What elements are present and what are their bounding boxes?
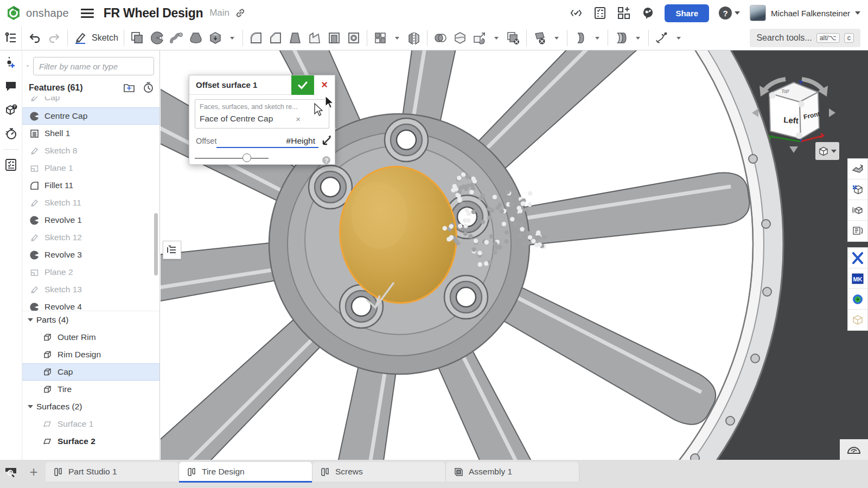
clear-selection-button[interactable]: ×	[296, 114, 324, 124]
delete-face-icon[interactable]	[531, 29, 548, 47]
loft-icon[interactable]	[187, 29, 205, 47]
graphics-performance-icon[interactable]	[840, 439, 868, 460]
confirm-button[interactable]	[291, 75, 314, 95]
offset-slider[interactable]	[195, 153, 269, 163]
rollback-icon[interactable]	[143, 82, 154, 93]
boolean-dropdown[interactable]	[226, 29, 238, 47]
delete-face-dropdown[interactable]	[551, 29, 563, 47]
exploded-view-icon[interactable]	[848, 200, 867, 221]
design-data-icon[interactable]: ?	[0, 98, 22, 122]
apps-icon[interactable]	[617, 6, 631, 20]
document-menu-icon[interactable]	[81, 7, 94, 20]
globe-app-icon[interactable]	[848, 289, 867, 310]
create-folder-icon[interactable]	[123, 82, 135, 93]
thicken-icon[interactable]	[207, 29, 224, 47]
part-row-tire[interactable]: Tire	[22, 381, 159, 398]
feature-row-revolve-1[interactable]: Revolve 1	[22, 211, 159, 229]
features-scrollbar[interactable]	[154, 213, 158, 275]
feature-row-sketch-13[interactable]: Sketch 13	[22, 281, 159, 298]
pattern-dropdown[interactable]	[391, 29, 403, 47]
extrude-icon[interactable]	[129, 29, 146, 47]
tab-tire-design[interactable]: Tire Design	[179, 462, 312, 481]
feature-list-toggle[interactable]	[0, 26, 22, 50]
workspace-name[interactable]: Main	[209, 8, 229, 18]
bom-icon[interactable]	[593, 6, 607, 20]
filter-icon[interactable]	[27, 60, 29, 72]
onshape-logo[interactable]: onshape	[5, 5, 69, 21]
share-button[interactable]: Share	[665, 4, 709, 22]
dialog-titlebar[interactable]: Offset surface 1 ×	[189, 75, 335, 95]
filter-input[interactable]	[33, 57, 154, 75]
cut-list-icon[interactable]	[0, 153, 22, 177]
x-app-icon[interactable]	[848, 248, 867, 268]
split-icon[interactable]	[451, 29, 469, 47]
part-row-cap[interactable]: Cap	[22, 363, 159, 381]
cancel-button[interactable]: ×	[314, 75, 335, 95]
help-menu[interactable]: ?	[719, 7, 740, 20]
feature-row-plane-2[interactable]: Plane 2	[22, 264, 159, 281]
revolve-icon[interactable]	[148, 29, 165, 47]
versions-history-icon[interactable]	[0, 50, 22, 74]
sketch-button[interactable]: Sketch	[68, 31, 124, 45]
linear-pattern-icon[interactable]	[372, 29, 389, 47]
versions-link-icon[interactable]	[235, 8, 246, 18]
fillet-icon[interactable]	[247, 29, 265, 47]
sweep-icon[interactable]	[168, 29, 185, 47]
features-scroll-area[interactable]: Cap Centre Cap Shell 1 Sketch 8 Plane 1 …	[22, 97, 159, 311]
tab-assembly-1[interactable]: Assembly 1	[446, 462, 579, 481]
tab-part-studio-1[interactable]: Part Studio 1	[46, 462, 179, 481]
transform-dropdown[interactable]	[490, 29, 502, 47]
feature-row-plane-1[interactable]: Plane 1	[22, 159, 159, 177]
search-tools-button[interactable]: Search tools... alt/⌥ c	[750, 29, 860, 47]
curves-dropdown[interactable]	[673, 29, 685, 47]
feature-list-collapse-button[interactable]	[163, 241, 181, 259]
slider-handle[interactable]	[242, 153, 251, 162]
shell-icon[interactable]	[326, 29, 343, 47]
chamfer-icon[interactable]	[267, 29, 284, 47]
search-tabs-icon[interactable]	[0, 462, 22, 481]
ghost-cube-app-icon[interactable]	[848, 310, 867, 330]
learning-icon[interactable]	[641, 6, 655, 20]
boundary-dropdown[interactable]	[632, 29, 644, 47]
feature-row[interactable]: Cap	[22, 97, 159, 106]
surface-row-2[interactable]: Surface 2	[22, 433, 159, 450]
new-tab-button[interactable]: +	[22, 462, 46, 481]
view-options-button[interactable]	[815, 142, 839, 160]
rib-icon[interactable]	[306, 29, 323, 47]
hole-icon[interactable]	[345, 29, 362, 47]
transform-icon[interactable]	[471, 29, 488, 47]
flip-direction-icon[interactable]	[320, 135, 333, 148]
selection-box[interactable]: Faces, surfaces, and sketch re... Face o…	[195, 99, 329, 129]
user-menu[interactable]: Michael Falkensteiner	[750, 5, 860, 21]
parts-section-header[interactable]: Parts (4)	[22, 311, 159, 329]
feature-row-centre-cap[interactable]: Centre Cap	[22, 107, 159, 125]
performance-icon[interactable]	[0, 122, 22, 146]
curves-icon[interactable]	[653, 29, 671, 47]
surface-dropdown[interactable]	[591, 29, 603, 47]
feature-script-icon[interactable]	[569, 6, 583, 20]
section-view-icon[interactable]	[848, 179, 867, 200]
feature-row-fillet-11[interactable]: Fillet 11	[22, 177, 159, 194]
feature-row-sketch-8[interactable]: Sketch 8	[22, 142, 159, 159]
part-row-outer-rim[interactable]: Outer Rim	[22, 329, 159, 346]
tab-screws[interactable]: Screws	[312, 462, 446, 481]
redo-button[interactable]	[46, 29, 63, 47]
part-row-rim-design[interactable]: Rim Design	[22, 346, 159, 363]
offset-surface-icon[interactable]	[572, 29, 589, 47]
draft-icon[interactable]	[286, 29, 304, 47]
dialog-help-icon[interactable]: ?	[322, 156, 330, 164]
boolean-icon[interactable]	[432, 29, 449, 47]
surfaces-section-header[interactable]: Surfaces (2)	[22, 398, 159, 415]
render-studio-icon[interactable]	[848, 159, 867, 179]
feature-row-revolve-4[interactable]: Revolve 4	[22, 298, 159, 311]
delete-part-icon[interactable]	[505, 29, 522, 47]
feature-row-shell-1[interactable]: Shell 1	[22, 125, 159, 142]
named-views-icon[interactable]	[848, 221, 867, 241]
boundary-surface-icon[interactable]	[612, 29, 630, 47]
feature-row-sketch-12[interactable]: Sketch 12	[22, 229, 159, 246]
comments-icon[interactable]	[0, 74, 22, 98]
undo-button[interactable]	[26, 29, 43, 47]
mk-app-icon[interactable]: MK	[848, 268, 867, 289]
feature-row-sketch-11[interactable]: Sketch 11	[22, 194, 159, 211]
mirror-icon[interactable]	[405, 29, 423, 47]
